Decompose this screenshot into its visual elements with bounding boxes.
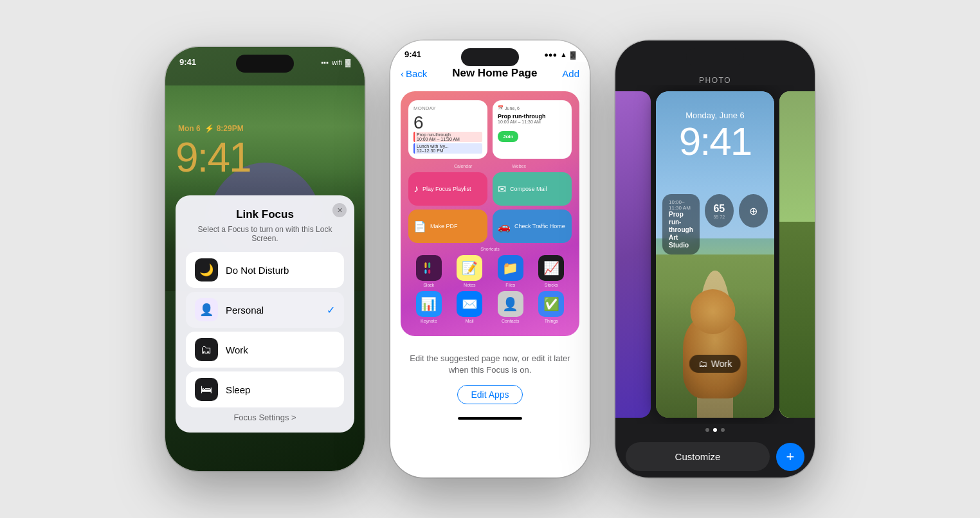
- app-name-notes: Notes: [464, 283, 475, 287]
- cal-event-2: Lunch with Ivy... 12–12:30 PM: [413, 143, 482, 154]
- modal-title: Link Focus: [186, 208, 344, 221]
- shortcut-playlist-label: Play Focus Playlist: [422, 186, 471, 193]
- app-name-mail: Mail: [466, 319, 474, 323]
- shortcut-playlist[interactable]: ♪ Play Focus Playlist: [408, 172, 487, 206]
- focus-icon-dnd: 🌙: [195, 258, 218, 281]
- chevron-left-icon: ‹: [401, 68, 404, 79]
- page-dots: [615, 424, 815, 436]
- app-icon-stocks: 📈: [538, 255, 564, 281]
- customize-button[interactable]: Customize: [626, 442, 770, 471]
- event-widget: 10:00–11:30 AM Prop run-throughArt Studi…: [662, 194, 700, 255]
- lock-info: Monday, June 6 9:41: [656, 111, 774, 161]
- focus-settings-link[interactable]: Focus Settings >: [186, 413, 344, 422]
- edit-suggested-text: Edit the suggested page now, or edit it …: [390, 343, 590, 380]
- app-icon-notes: 📝: [457, 255, 482, 281]
- app-icon-contacts: 👤: [498, 291, 523, 317]
- work-focus-label: Work: [711, 359, 732, 369]
- phone-3: PHOTO: [615, 40, 815, 478]
- widget-row-1: MONDAY 6 Prop run-through 10:00 AM – 11:…: [408, 100, 572, 159]
- app-item-files[interactable]: 📁 Files: [498, 255, 523, 287]
- svg-rect-2: [424, 269, 426, 274]
- signal-icon-2: ●●●: [544, 51, 557, 58]
- modal-subtitle: Select a Focus to turn on with this Lock…: [186, 225, 344, 243]
- app-name-things: Things: [545, 319, 558, 323]
- app-name-files: Files: [505, 283, 515, 287]
- focus-label-sleep: Sleep: [226, 384, 335, 395]
- lock-screen-time: 9:41: [656, 121, 774, 161]
- nav-title: New Home Page: [452, 67, 537, 80]
- webex-join-button[interactable]: Join: [498, 131, 518, 142]
- app-item-mail[interactable]: ✉️ Mail: [457, 291, 482, 323]
- home-indicator-2: [458, 417, 522, 420]
- focus-icon-work: 🗂: [195, 338, 218, 361]
- focus-item-dnd[interactable]: 🌙 Do Not Disturb: [186, 252, 344, 288]
- app-item-things[interactable]: ✅ Things: [538, 291, 564, 323]
- lockscreen-screens: Monday, June 6 9:41 10:00–11:30 AM Prop …: [615, 85, 815, 424]
- cal-day-label: MONDAY: [413, 105, 482, 111]
- focus-icon-personal: 👤: [195, 298, 218, 321]
- music-icon: ♪: [413, 183, 419, 195]
- shortcuts-label: Shortcuts: [408, 247, 572, 251]
- bottom-bar: Customize +: [615, 436, 815, 478]
- focus-item-work[interactable]: 🗂 Work: [186, 332, 344, 368]
- app-item-notes[interactable]: 📝 Notes: [457, 255, 482, 287]
- status-icons-2: ●●● ▲ ▓: [544, 51, 576, 58]
- focus-label-personal: Personal: [226, 305, 319, 316]
- nav-back-button[interactable]: ‹ Back: [401, 68, 427, 79]
- apps-row-1: Slack 📝 Notes 📁 Files 📈 Stocks: [408, 255, 572, 287]
- modal-close-button[interactable]: ✕: [332, 203, 347, 217]
- focus-icon-sleep: 🛏: [195, 378, 218, 401]
- shortcut-pdf[interactable]: 📄 Make PDF: [408, 210, 487, 243]
- phone-2-content: 9:41 ●●● ▲ ▓ ‹ Back New Home Page Add: [390, 40, 590, 478]
- edit-apps-button[interactable]: Edit Apps: [457, 385, 522, 404]
- cal-event-1: Prop run-through 10:00 AM – 11:30 AM: [413, 132, 482, 142]
- car-icon: 🚗: [498, 220, 511, 233]
- phone-1-content: 9:41 ▪▪▪ wifi ▓ Mon 6 ⚡ 8:29PM 9:41 ✕ Li…: [165, 47, 365, 471]
- home-page-preview: MONDAY 6 Prop run-through 10:00 AM – 11:…: [401, 91, 579, 336]
- app-icon-things: ✅: [538, 291, 564, 317]
- app-item-stocks[interactable]: 📈 Stocks: [538, 255, 564, 287]
- mail-icon: ✉: [498, 183, 506, 195]
- event-time: 10:00–11:30 AM: [669, 199, 693, 211]
- app-item-keynote[interactable]: 📊 Keynote: [416, 291, 442, 323]
- shortcut-traffic[interactable]: 🚗 Check Traffic Home: [493, 210, 572, 243]
- temp-value: 65: [713, 203, 725, 215]
- widget-calendar: MONDAY 6 Prop run-through 10:00 AM – 11:…: [408, 100, 487, 159]
- dynamic-island-2: [461, 48, 519, 66]
- wifi-icon-2: ▲: [560, 51, 567, 58]
- app-item-contacts[interactable]: 👤 Contacts: [498, 291, 523, 323]
- focus-check-icon: ✓: [327, 304, 335, 316]
- temp-range: 55 72: [714, 215, 725, 219]
- work-focus-badge: 🗂 Work: [689, 355, 741, 373]
- dynamic-island-3: [686, 48, 744, 66]
- focus-label-dnd: Do Not Disturb: [226, 265, 335, 276]
- add-button[interactable]: +: [776, 443, 804, 471]
- svg-rect-3: [428, 269, 430, 274]
- event-title: Prop run-throughArt Studio: [669, 211, 693, 249]
- webex-title: Prop run-through: [498, 113, 567, 120]
- focus-item-personal[interactable]: 👤 Personal ✓: [186, 292, 344, 328]
- cal-day-num: 6: [413, 114, 482, 132]
- lock-time: 9:41: [176, 134, 251, 181]
- status-time-2: 9:41: [404, 49, 421, 59]
- app-icon-mail: ✉️: [457, 291, 482, 317]
- work-focus-icon: 🗂: [698, 359, 707, 369]
- app-name-slack: Slack: [423, 283, 434, 287]
- shortcut-mail[interactable]: ✉ Compose Mail: [493, 172, 572, 206]
- focus-item-sleep[interactable]: 🛏 Sleep: [186, 371, 344, 407]
- link-focus-modal: ✕ Link Focus Select a Focus to turn on w…: [176, 195, 354, 433]
- nav-back-label: Back: [406, 68, 427, 79]
- battery-icon-2: ▓: [570, 51, 576, 58]
- screen-left: [615, 91, 651, 418]
- nav-add-button[interactable]: Add: [562, 68, 579, 79]
- lock-date: Mon 6 ⚡ 8:29PM: [178, 124, 244, 133]
- app-icon-slack: [416, 255, 442, 281]
- app-icon-keynote: 📊: [416, 291, 442, 317]
- dynamic-island-1: [236, 55, 294, 73]
- app-item-slack[interactable]: Slack: [416, 255, 442, 287]
- dot-3: [721, 428, 725, 432]
- shortcut-row-1: ♪ Play Focus Playlist ✉ Compose Mail: [408, 172, 572, 206]
- screen-right: [779, 91, 815, 418]
- focus-label-work: Work: [226, 344, 335, 355]
- pdf-icon: 📄: [413, 220, 426, 233]
